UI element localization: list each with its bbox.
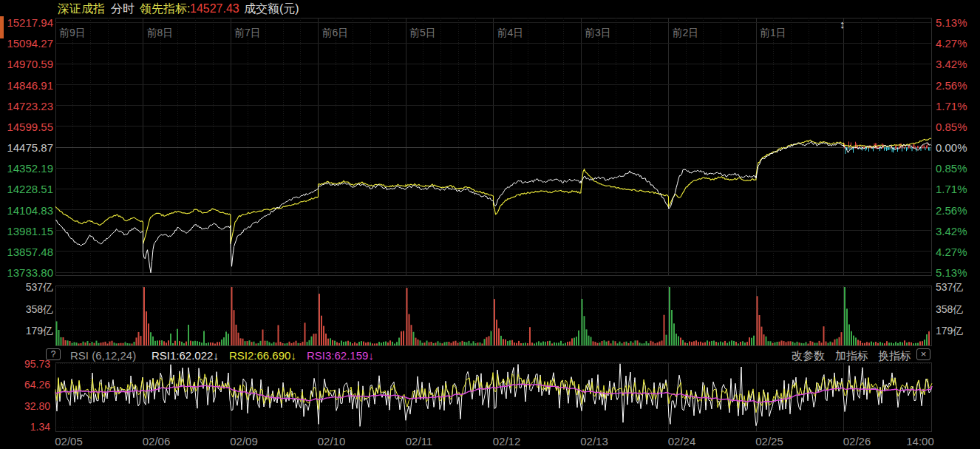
volume-bar	[806, 342, 807, 345]
volume-bar	[757, 296, 758, 345]
volume-bar	[556, 342, 557, 345]
volume-bar	[882, 343, 883, 346]
volume-bar	[489, 336, 490, 345]
volume-bar	[766, 337, 767, 345]
volume-bar	[724, 341, 726, 345]
volume-bar	[509, 340, 511, 345]
volume-bar	[851, 331, 852, 345]
rsi-indicator-title[interactable]: RSI (6,12,24)	[70, 350, 136, 361]
volume-bar	[558, 342, 559, 345]
volume-axis-label-left: 358亿	[1, 304, 53, 314]
time-axis-label: 02/24	[660, 436, 704, 447]
day-label-6: 前6日	[322, 27, 349, 38]
volume-bar	[89, 343, 91, 345]
volume-bar	[841, 332, 843, 345]
volume-bar	[383, 342, 384, 345]
volume-bar	[655, 343, 656, 345]
help-icon[interactable]: ?	[46, 348, 61, 360]
volume-bar	[418, 340, 419, 345]
volume-bar	[365, 342, 367, 345]
add-indicator-button[interactable]: 加指标	[835, 350, 868, 361]
volume-bar	[179, 341, 180, 345]
volume-bar	[219, 342, 220, 345]
volume-bar	[908, 342, 910, 345]
pct-axis-label: 3.42%	[936, 225, 967, 236]
rsi-axis-label: 64.26	[1, 379, 50, 390]
price-axis-label: 14228.51	[1, 183, 53, 195]
volume-bar	[107, 344, 109, 346]
time-axis-label: 02/10	[310, 436, 354, 447]
volume-bar	[94, 343, 95, 345]
volume-bar	[183, 343, 185, 345]
volume-bar	[542, 342, 544, 346]
volume-bar	[875, 342, 877, 345]
volume-bar	[392, 342, 393, 345]
volume-bar	[792, 342, 794, 345]
change-params-button[interactable]: 改参数	[792, 350, 825, 361]
volume-bar	[358, 342, 360, 345]
volume-bar	[398, 338, 400, 346]
volume-bar	[251, 342, 253, 345]
volume-bar	[491, 331, 492, 346]
volume-bar	[746, 342, 748, 345]
volume-bar	[221, 340, 222, 345]
volume-bar	[278, 325, 279, 346]
volume-bar	[361, 341, 362, 345]
volume-bar	[341, 341, 342, 346]
volume-bar	[214, 344, 216, 346]
volume-bar	[87, 341, 89, 345]
volume-bar	[291, 343, 293, 345]
volume-bar	[779, 342, 780, 345]
volume-bar	[345, 342, 347, 346]
volume-bar	[619, 342, 621, 345]
volume-bar	[797, 342, 798, 345]
volume-bar	[125, 342, 126, 346]
volume-bar	[707, 340, 708, 345]
volume-bar	[321, 316, 322, 345]
volume-bar	[422, 343, 423, 346]
charts-canvas[interactable]	[0, 0, 980, 449]
day-label-2: 前2日	[673, 27, 699, 38]
time-axis-label: 02/11	[397, 436, 441, 447]
volume-bar	[922, 341, 923, 345]
volume-bar	[442, 343, 443, 345]
volume-bar	[225, 331, 227, 345]
volume-bar	[794, 343, 796, 346]
volume-bar	[775, 342, 776, 345]
volume-bar	[906, 342, 908, 345]
volume-bar	[484, 339, 486, 345]
volume-bar	[617, 343, 619, 345]
volume-bar	[520, 343, 522, 345]
day-label-4: 前4日	[497, 27, 524, 38]
volume-bar	[247, 341, 248, 345]
volume-axis-label-right: 179亿	[936, 325, 963, 336]
volume-bar	[267, 341, 268, 345]
volume-bar	[615, 341, 616, 345]
volume-bar	[586, 329, 588, 345]
close-indicator-icon[interactable]: ×	[916, 348, 930, 360]
volume-bar	[505, 340, 506, 345]
volume-bar	[783, 341, 785, 345]
volume-bar	[897, 343, 899, 345]
volume-axis-label-right: 358亿	[936, 304, 963, 314]
volume-bar	[433, 343, 435, 345]
volume-bar	[120, 343, 122, 345]
volume-bar	[527, 343, 528, 345]
switch-indicator-button[interactable]: 换指标	[878, 350, 911, 361]
pct-axis-label: 0.85%	[936, 121, 967, 132]
volume-bar	[289, 342, 290, 345]
volume-bar	[591, 337, 592, 346]
volume-bar	[821, 342, 823, 345]
volume-bar	[72, 343, 73, 345]
rsi3-value: RSI3:62.159↓	[307, 350, 374, 361]
volume-bar	[551, 343, 553, 345]
volume-bar	[633, 342, 634, 345]
volume-bar	[624, 342, 625, 345]
volume-bar	[848, 325, 850, 346]
volume-bar	[455, 341, 457, 345]
volume-axis-label-left: 537亿	[1, 282, 53, 292]
resize-handle-icon[interactable]: ↕	[840, 18, 845, 30]
volume-bar	[866, 342, 868, 345]
volume-bar	[231, 287, 233, 345]
volume-bar	[622, 343, 623, 345]
